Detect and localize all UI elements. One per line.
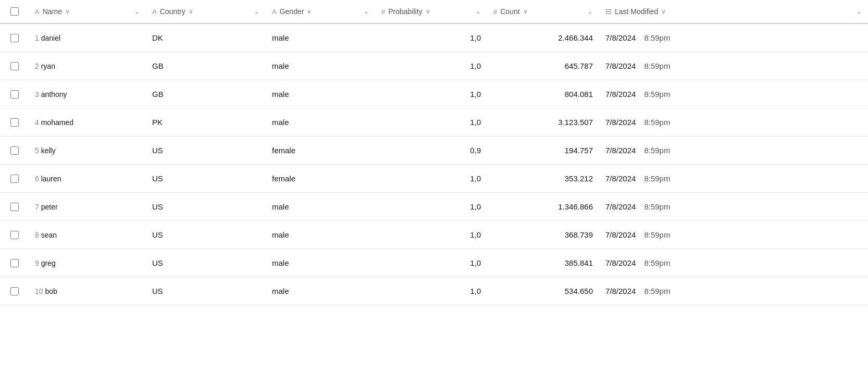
table-row: 10 bob US male 1,0 534.650 7/8/2024 8:59… (0, 277, 868, 305)
row-checkbox[interactable] (10, 34, 19, 42)
row-checkbox[interactable] (10, 231, 19, 239)
row-number-cell: 2 ryan (29, 52, 146, 80)
row-count-cell: 534.650 (487, 277, 599, 305)
header-name-col[interactable]: A Name ∨ ⌄ (29, 0, 146, 23)
row-last-modified-cell: 7/8/2024 8:59pm (599, 137, 868, 165)
row-checkbox-cell (0, 108, 29, 137)
row-time: 8:59pm (644, 258, 670, 267)
gender-sort-icon: ∨ (307, 8, 312, 15)
row-number-cell: 4 mohamed (29, 108, 146, 137)
table-row: 4 mohamed PK male 1,0 3.123.507 7/8/2024… (0, 108, 868, 137)
row-checkbox[interactable] (10, 259, 19, 267)
row-checkbox-cell (0, 80, 29, 108)
row-number-cell: 8 sean (29, 221, 146, 249)
row-count-cell: 385.841 (487, 249, 599, 277)
count-sort-icon: ∨ (523, 8, 528, 15)
row-checkbox[interactable] (10, 287, 19, 295)
row-time: 8:59pm (644, 287, 670, 295)
row-last-modified-cell: 7/8/2024 8:59pm (599, 249, 868, 277)
row-checkbox[interactable] (10, 146, 19, 155)
row-count-cell: 1.346.866 (487, 193, 599, 221)
row-last-modified-cell: 7/8/2024 8:59pm (599, 108, 868, 137)
row-time: 8:59pm (644, 230, 670, 239)
table-header-row: A Name ∨ ⌄ A Country ∨ ⌄ (0, 0, 868, 23)
row-name: mohamed (41, 118, 73, 127)
table-row: 1 daniel DK male 1,0 2.466.344 7/8/2024 … (0, 23, 868, 52)
row-date: 7/8/2024 (605, 118, 636, 127)
count-col-type-icon: # (493, 8, 497, 16)
row-date: 7/8/2024 (605, 287, 636, 295)
row-date: 7/8/2024 (605, 230, 636, 239)
row-time: 8:59pm (644, 33, 670, 42)
row-number: 6 (35, 175, 39, 183)
select-all-checkbox[interactable] (10, 7, 19, 16)
row-probability-cell: 1,0 (375, 108, 487, 137)
row-number: 9 (35, 259, 39, 267)
row-gender-cell: male (266, 108, 375, 137)
row-count-cell: 3.123.507 (487, 108, 599, 137)
row-checkbox[interactable] (10, 90, 19, 98)
row-date: 7/8/2024 (605, 202, 636, 211)
row-last-modified-cell: 7/8/2024 8:59pm (599, 221, 868, 249)
table-row: 5 kelly US female 0,9 194.757 7/8/2024 8… (0, 137, 868, 165)
row-checkbox[interactable] (10, 118, 19, 127)
row-country-cell: US (146, 193, 266, 221)
header-probability-label: Probability (388, 7, 422, 16)
country-sort-icon: ∨ (189, 8, 193, 15)
row-number-cell: 9 greg (29, 249, 146, 277)
header-country-col[interactable]: A Country ∨ ⌄ (146, 0, 266, 23)
row-count-cell: 645.787 (487, 52, 599, 80)
row-checkbox-cell (0, 165, 29, 193)
row-count-cell: 2.466.344 (487, 23, 599, 52)
gender-col-type-icon: A (272, 8, 277, 16)
row-checkbox-cell (0, 249, 29, 277)
row-probability-cell: 1,0 (375, 52, 487, 80)
row-name: peter (41, 203, 58, 211)
row-date: 7/8/2024 (605, 258, 636, 267)
header-gender-col[interactable]: A Gender ∨ ⌄ (266, 0, 375, 23)
row-number: 8 (35, 231, 39, 239)
row-number-cell: 1 daniel (29, 23, 146, 52)
data-table: A Name ∨ ⌄ A Country ∨ ⌄ (0, 0, 868, 305)
row-probability-cell: 1,0 (375, 193, 487, 221)
table-row: 9 greg US male 1,0 385.841 7/8/2024 8:59… (0, 249, 868, 277)
row-name: bob (45, 287, 57, 295)
count-chevron-icon: ⌄ (588, 8, 593, 15)
row-last-modified-cell: 7/8/2024 8:59pm (599, 193, 868, 221)
row-time: 8:59pm (644, 202, 670, 211)
modified-chevron-icon: ⌄ (857, 8, 862, 15)
row-checkbox[interactable] (10, 203, 19, 211)
row-country-cell: PK (146, 108, 266, 137)
row-checkbox[interactable] (10, 175, 19, 183)
modified-sort-icon: ∨ (661, 8, 666, 15)
row-count-cell: 194.757 (487, 137, 599, 165)
country-col-type-icon: A (152, 8, 157, 16)
header-count-label: Count (500, 7, 519, 16)
header-last-modified-col[interactable]: ⊟ Last Modified ∨ ⌄ (599, 0, 868, 23)
row-checkbox-cell (0, 221, 29, 249)
row-country-cell: US (146, 137, 266, 165)
header-probability-col[interactable]: # Probability ∨ ⌄ (375, 0, 487, 23)
header-gender-label: Gender (280, 7, 304, 16)
row-number: 5 (35, 146, 39, 155)
row-checkbox[interactable] (10, 62, 19, 70)
row-number-cell: 3 anthony (29, 80, 146, 108)
prob-chevron-icon: ⌄ (476, 8, 481, 15)
header-count-col[interactable]: # Count ∨ ⌄ (487, 0, 599, 23)
row-gender-cell: male (266, 80, 375, 108)
name-col-type-icon: A (35, 8, 40, 16)
table-row: 6 lauren US female 1,0 353.212 7/8/2024 … (0, 165, 868, 193)
row-gender-cell: male (266, 52, 375, 80)
header-name-label: Name (43, 7, 62, 16)
table-body: 1 daniel DK male 1,0 2.466.344 7/8/2024 … (0, 23, 868, 305)
row-number-cell: 6 lauren (29, 165, 146, 193)
row-name: ryan (41, 62, 55, 70)
row-gender-cell: male (266, 193, 375, 221)
row-number: 4 (35, 118, 39, 127)
gender-chevron-icon: ⌄ (364, 8, 369, 15)
row-number-cell: 5 kelly (29, 137, 146, 165)
row-probability-cell: 1,0 (375, 23, 487, 52)
row-country-cell: US (146, 249, 266, 277)
row-name: daniel (41, 34, 60, 42)
row-count-cell: 804.081 (487, 80, 599, 108)
